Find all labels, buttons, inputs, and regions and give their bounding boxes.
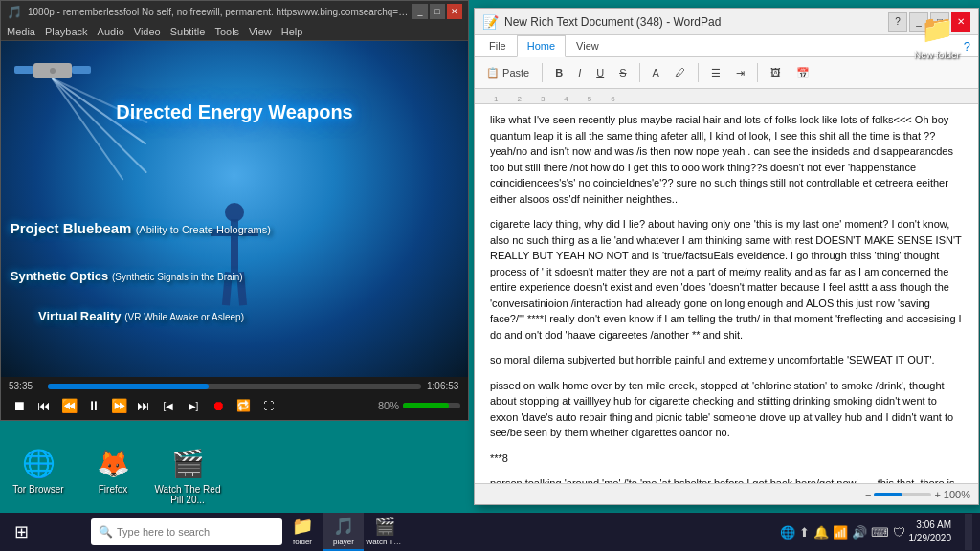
taskbar-apps: 📁 folder 🎵 player 🎬 Watch The Red Pill 2… bbox=[282, 513, 405, 551]
tray-icon-4: 📶 bbox=[833, 525, 848, 540]
minimize-button[interactable]: _ bbox=[412, 4, 428, 19]
desktop-icon-firefox[interactable]: 🦊 Firefox bbox=[79, 444, 146, 505]
firefox-label: Firefox bbox=[99, 484, 128, 495]
toolbar-divider-4 bbox=[757, 63, 758, 82]
zoom-slider[interactable] bbox=[874, 493, 931, 496]
tab-file[interactable]: File bbox=[479, 35, 517, 56]
underline-button[interactable]: U bbox=[590, 64, 610, 81]
italic-button[interactable]: I bbox=[572, 64, 587, 81]
media-win-controls: _ □ ✕ bbox=[412, 4, 462, 19]
volume-area: 80% bbox=[378, 400, 460, 411]
volume-fill bbox=[403, 403, 449, 408]
menu-subtitle[interactable]: Subtitle bbox=[170, 26, 206, 37]
frame-fwd-button[interactable]: ▶] bbox=[183, 395, 204, 416]
highlight-button[interactable]: 🖊 bbox=[669, 64, 691, 81]
strikethrough-button[interactable]: S bbox=[613, 64, 632, 81]
next-button[interactable]: ⏭ bbox=[133, 395, 154, 416]
system-clock[interactable]: 3:06 AM 1/29/2020 bbox=[909, 518, 960, 545]
media-app-icon: 🎵 bbox=[7, 5, 22, 19]
zoom-plus[interactable]: + bbox=[934, 489, 940, 500]
menu-tools[interactable]: Tools bbox=[214, 26, 239, 37]
desktop-icon-tor[interactable]: 🌐 Tor Browser bbox=[5, 444, 72, 505]
menu-video[interactable]: Video bbox=[134, 26, 161, 37]
figure-silhouette bbox=[206, 195, 263, 310]
video-area: Directed Energy Weapons bbox=[1, 41, 468, 377]
close-button[interactable]: ✕ bbox=[447, 4, 462, 19]
paragraph-2: cigarette lady thing, why did I lie? abo… bbox=[490, 216, 963, 342]
bold-button[interactable]: B bbox=[549, 64, 568, 81]
toolbar-divider-3 bbox=[698, 63, 699, 82]
frame-back-button[interactable]: [◀ bbox=[158, 395, 179, 416]
paragraph-4: pissed on walk home over by ten mile cre… bbox=[490, 378, 963, 441]
time-total: 1:06:53 bbox=[427, 381, 460, 391]
start-button[interactable]: ⊞ bbox=[0, 513, 43, 551]
redpill-app-icon: 🎬 bbox=[374, 516, 395, 537]
paragraph-3: so moral dilema subjverted but horrible … bbox=[490, 352, 963, 368]
menu-audio[interactable]: Audio bbox=[98, 26, 124, 37]
beam-line-2 bbox=[52, 77, 147, 173]
media-player-window: 🎵 1080p - rememberlessfool No self, no f… bbox=[0, 0, 469, 421]
show-desktop-button[interactable] bbox=[965, 514, 972, 550]
media-title: 1080p - rememberlessfool No self, no fre… bbox=[28, 7, 412, 17]
fast-forward-button[interactable]: ⏩ bbox=[108, 395, 129, 416]
time-current: 53:35 bbox=[9, 381, 42, 391]
insert-picture-button[interactable]: 🖼 bbox=[765, 64, 787, 81]
tray-icon-7: 🛡 bbox=[893, 525, 905, 540]
tray-icon-3: 🔔 bbox=[813, 525, 829, 540]
loop-button[interactable]: 🔁 bbox=[233, 395, 254, 416]
tab-home[interactable]: Home bbox=[517, 35, 566, 57]
toolbar-divider-1 bbox=[542, 63, 543, 82]
media-menubar: Media Playback Audio Video Subtitle Tool… bbox=[1, 22, 468, 41]
zoom-minus[interactable]: − bbox=[865, 489, 871, 500]
project-bluebeam-label: Project Bluebeam (Ability to Create Holo… bbox=[11, 220, 271, 236]
folder-app-icon: 📁 bbox=[292, 516, 313, 537]
menu-view[interactable]: View bbox=[249, 26, 272, 37]
beam-line-3 bbox=[52, 77, 124, 181]
paragraph-5: ***8 bbox=[490, 451, 963, 467]
taskbar-app-redpill[interactable]: 🎬 Watch The Red Pill 20... bbox=[365, 513, 405, 551]
virtual-reality-label: Virtual Reality (VR While Awake or Aslee… bbox=[38, 309, 244, 323]
menu-help[interactable]: Help bbox=[281, 26, 303, 37]
video-background: Directed Energy Weapons bbox=[1, 41, 468, 377]
windows-logo-icon: ⊞ bbox=[14, 521, 29, 542]
toolbar-divider-2 bbox=[639, 63, 640, 82]
rewind-button[interactable]: ⏪ bbox=[58, 395, 79, 416]
tor-label: Tor Browser bbox=[12, 484, 63, 495]
clock-time: 3:06 AM bbox=[909, 518, 952, 532]
new-folder-icon: 📁 bbox=[918, 10, 956, 48]
tray-icon-5: 🔊 bbox=[852, 525, 867, 540]
tray-icon-2: ⬆ bbox=[799, 525, 810, 540]
stop-button[interactable]: ⏹ bbox=[9, 395, 30, 416]
list-button[interactable]: ☰ bbox=[705, 64, 726, 82]
insert-date-button[interactable]: 📅 bbox=[791, 64, 815, 82]
new-folder-label: New folder bbox=[914, 50, 960, 60]
search-input[interactable] bbox=[117, 526, 260, 538]
menu-playback[interactable]: Playback bbox=[45, 26, 88, 37]
redpill-label: Watch The Red Pill 20... bbox=[154, 484, 221, 505]
play-pause-button[interactable]: ⏸ bbox=[83, 395, 104, 416]
tab-view[interactable]: View bbox=[566, 35, 610, 56]
prev-button[interactable]: ⏮ bbox=[33, 395, 55, 416]
record-button[interactable]: ⏺ bbox=[208, 395, 229, 416]
volume-slider[interactable] bbox=[403, 403, 460, 408]
taskbar-app-player[interactable]: 🎵 player bbox=[323, 513, 364, 551]
directed-energy-label: Directed Energy Weapons bbox=[116, 101, 352, 123]
progress-track[interactable] bbox=[48, 384, 421, 389]
system-tray: 🌐 ⬆ 🔔 📶 🔊 ⌨ 🛡 3:06 AM 1/29/2020 bbox=[780, 514, 981, 550]
font-color-button[interactable]: A bbox=[647, 64, 665, 81]
search-icon: 🔍 bbox=[99, 525, 113, 539]
ribbon-toolbar: 📋 Paste B I U S A 🖊 ☰ ⇥ 🖼 📅 bbox=[475, 57, 978, 88]
desktop-icon-new-folder[interactable]: 📁 New folder bbox=[903, 10, 970, 60]
expand-button[interactable]: ⛶ bbox=[257, 395, 278, 416]
ruler-marks: 123456 bbox=[475, 89, 978, 103]
wordpad-title: New Rich Text Document (348) - WordPad bbox=[504, 15, 888, 29]
taskbar-app-folder[interactable]: 📁 folder bbox=[282, 513, 323, 551]
paste-button[interactable]: 📋 Paste bbox=[480, 64, 535, 82]
desktop-icon-redpill[interactable]: 🎬 Watch The Red Pill 20... bbox=[154, 444, 221, 505]
maximize-button[interactable]: □ bbox=[430, 4, 445, 19]
player-app-label: player bbox=[333, 538, 354, 546]
taskbar-search-box[interactable]: 🔍 bbox=[91, 518, 282, 545]
menu-media[interactable]: Media bbox=[7, 26, 35, 37]
wordpad-content[interactable]: like what I've seen recently plus maybe … bbox=[475, 104, 978, 483]
indent-button[interactable]: ⇥ bbox=[730, 64, 750, 82]
